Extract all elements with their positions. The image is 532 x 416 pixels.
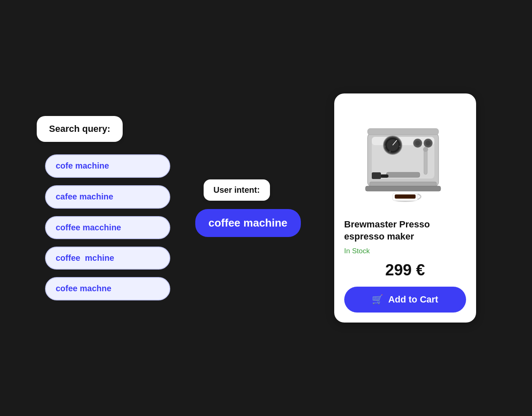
svg-point-13: [426, 141, 431, 146]
svg-point-12: [415, 141, 420, 146]
query-text-5: cofee machne: [56, 284, 111, 293]
query-item-4: coffee mchine: [45, 247, 170, 270]
user-intent-label: User intent:: [204, 179, 270, 201]
query-item-1: cofe machine: [45, 154, 170, 178]
product-name: Brewmaster Presso espresso maker: [344, 219, 466, 242]
svg-line-27: [170, 223, 185, 227]
query-text-4: coffee mchine: [56, 253, 114, 262]
squiggly-3: [86, 231, 119, 232]
svg-rect-18: [366, 186, 441, 191]
query-text-1: cofe machine: [56, 161, 109, 170]
svg-rect-24: [368, 129, 439, 135]
query-item-5: cofee machne: [45, 277, 170, 300]
product-card: 0 4 2: [334, 93, 476, 322]
svg-line-28: [170, 223, 185, 258]
query-text-3: coffee macchine: [56, 223, 121, 232]
product-price: 299 €: [344, 261, 466, 279]
svg-rect-16: [372, 172, 381, 179]
espresso-machine-svg: 0 4 2: [359, 108, 451, 208]
search-query-label: Search query:: [37, 116, 123, 142]
svg-rect-15: [380, 174, 388, 178]
svg-line-29: [170, 223, 185, 289]
svg-line-26: [170, 197, 185, 223]
product-image: 0 4 2: [344, 103, 466, 212]
svg-rect-14: [386, 172, 420, 177]
squiggly-5: [56, 294, 79, 295]
squiggly-2: [56, 202, 79, 204]
squiggly-1: [56, 171, 77, 173]
add-to-cart-label: Add to Cart: [388, 294, 438, 305]
query-item-2: cafee machine: [45, 185, 170, 209]
add-to-cart-button[interactable]: 🛒 Add to Cart: [344, 287, 466, 313]
cart-icon: 🛒: [372, 294, 383, 305]
query-item-3: coffee macchine: [45, 216, 170, 239]
svg-point-23: [423, 147, 428, 152]
squiggly-4: [89, 262, 116, 263]
coffee-machine-bubble: coffee machine: [195, 209, 301, 237]
svg-rect-21: [395, 194, 416, 199]
query-text-2: cafee machine: [56, 192, 113, 201]
svg-rect-22: [424, 149, 427, 174]
in-stock-badge: In Stock: [344, 247, 466, 255]
svg-line-25: [170, 166, 185, 223]
